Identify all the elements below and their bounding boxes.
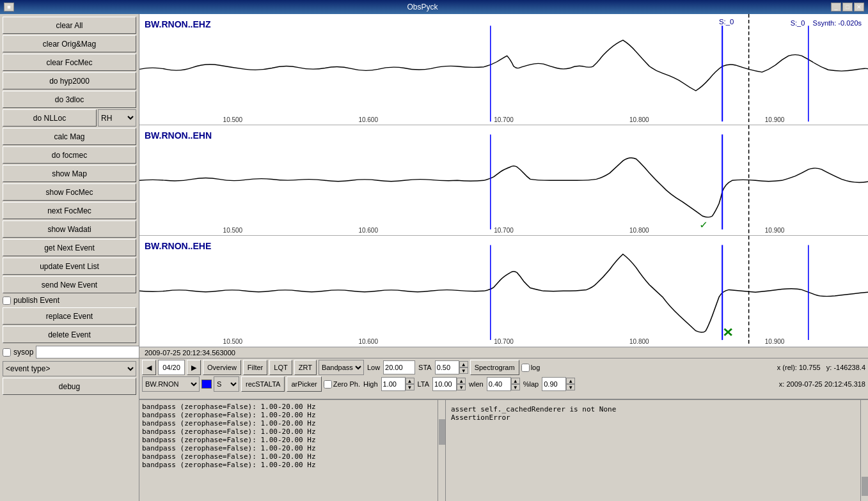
window-controls: _ □ ✕: [831, 3, 864, 12]
zero-ph-checkbox[interactable]: [324, 380, 332, 389]
prev-page-button[interactable]: ◀: [142, 360, 156, 375]
plap-up[interactable]: ▲: [566, 378, 575, 384]
ar-picker-button[interactable]: arPicker: [287, 376, 321, 392]
log-right-thumb[interactable]: [862, 477, 868, 496]
log-left-scrollbar[interactable]: [438, 400, 445, 501]
close-button[interactable]: ✕: [854, 3, 864, 12]
log-left-textarea[interactable]: [139, 400, 438, 501]
controls-row-1: ◀ 04/20 ▶ Overview Filter LQT ZRT Bandpa…: [142, 360, 865, 375]
wlen-up[interactable]: ▲: [511, 378, 520, 384]
rec-stalta-button[interactable]: recSTALTA: [241, 376, 285, 392]
controls-bar: ◀ 04/20 ▶ Overview Filter LQT ZRT Bandpa…: [139, 358, 868, 399]
y-value: -146238.4: [833, 364, 865, 371]
color-phase-label: [201, 380, 212, 389]
event-type-select[interactable]: <event type> earthquake explosion quarry…: [3, 361, 136, 376]
svg-text:S:_0: S:_0: [719, 19, 734, 26]
send-new-event-button[interactable]: send New Event: [3, 276, 136, 293]
track-ehe[interactable]: BW.RNON..EHE ✕ ✕ 10.500: [139, 236, 868, 347]
station-select[interactable]: BW.RNON: [142, 376, 200, 392]
maximize-button[interactable]: □: [842, 3, 853, 12]
do-nlloc-button[interactable]: do NLLoc: [3, 109, 97, 127]
lqt-button[interactable]: LQT: [269, 360, 292, 375]
lta-up[interactable]: ▲: [457, 378, 466, 384]
track-ehn-times: 10.500 10.600 10.700 10.800 10.900: [139, 227, 868, 234]
wlen-spinner[interactable]: ▲ ▼: [511, 378, 520, 390]
sysop-input[interactable]: [36, 346, 139, 358]
sta-spinner[interactable]: ▲ ▼: [459, 361, 468, 374]
clear-focmec-button[interactable]: clear FocMec: [3, 54, 136, 71]
track-ehz-times: 10.500 10.600 10.700 10.800 10.900: [139, 116, 868, 123]
page-display: 04/20: [158, 360, 185, 375]
lta-label: LTA: [416, 380, 431, 388]
waveform-svg-ehz: S:_0: [139, 14, 868, 125]
clear-all-button[interactable]: clear All: [3, 17, 136, 34]
sta-input[interactable]: [435, 360, 459, 374]
track-ehz-label: BW.RNON..EHZ: [145, 19, 210, 29]
high-up[interactable]: ▲: [406, 378, 414, 384]
plap-input[interactable]: [542, 377, 566, 391]
wlen-down[interactable]: ▼: [511, 384, 520, 390]
show-wadati-button[interactable]: show Wadati: [3, 220, 136, 238]
track-ehn[interactable]: BW.RNON..EHN ✓ 10.500 10.600 10.700: [139, 125, 868, 236]
sta-up[interactable]: ▲: [459, 361, 468, 367]
lta-down[interactable]: ▼: [457, 384, 466, 390]
lta-spinner[interactable]: ▲ ▼: [457, 378, 466, 390]
show-focmec-button[interactable]: show FocMec: [3, 183, 136, 201]
do-hyp2000-button[interactable]: do hyp2000: [3, 72, 136, 89]
get-next-event-button[interactable]: get Next Event: [3, 239, 136, 256]
next-page-button[interactable]: ▶: [187, 360, 201, 375]
log-right-scrollbar[interactable]: [860, 400, 868, 501]
x-rel-label: x (rel):: [777, 364, 797, 371]
log-right-content: assert self._cachedRenderer is not NoneA…: [448, 403, 865, 424]
do-3dloc-button[interactable]: do 3dloc: [3, 91, 136, 108]
x-rel-value: 10.755: [799, 364, 821, 371]
low-label: Low: [366, 364, 381, 371]
publish-event-checkbox[interactable]: [3, 297, 11, 305]
log-checkbox[interactable]: [521, 364, 530, 372]
spectrogram-button[interactable]: Spectrogram: [470, 360, 519, 375]
wlen-input[interactable]: [487, 377, 511, 391]
overview-button[interactable]: Overview: [203, 360, 241, 375]
sta-down[interactable]: ▼: [459, 367, 468, 374]
bandpass-select[interactable]: Bandpass: [319, 360, 364, 375]
sidebar: clear All clear Orig&Mag clear FocMec do…: [0, 14, 139, 501]
x-coord-value: 2009-07-25 20:12:45.318: [786, 380, 865, 388]
filter-button[interactable]: Filter: [243, 360, 267, 375]
high-spinner[interactable]: ▲ ▼: [406, 378, 414, 390]
sysop-checkbox[interactable]: [3, 348, 11, 357]
window-icon[interactable]: ■: [4, 3, 14, 12]
clear-orig-mag-button[interactable]: clear Orig&Mag: [3, 35, 136, 52]
calc-mag-button[interactable]: calc Mag: [3, 128, 136, 145]
zrt-button[interactable]: ZRT: [294, 360, 317, 375]
log-left: [139, 400, 446, 501]
plap-spinner[interactable]: ▲ ▼: [566, 378, 575, 390]
debug-button[interactable]: debug: [3, 378, 136, 395]
high-input[interactable]: [381, 377, 406, 391]
log-checkbox-label: log: [521, 364, 541, 372]
do-focmec-button[interactable]: do focmec: [3, 146, 136, 164]
nlloc-select[interactable]: RH CH BH: [98, 109, 136, 127]
nlloc-row: do NLLoc RH CH BH: [3, 109, 136, 127]
waveform-svg-ehn: ✓: [139, 125, 868, 236]
lta-input[interactable]: [432, 377, 457, 391]
main-content: clear All clear Orig&Mag clear FocMec do…: [0, 14, 868, 501]
plap-down[interactable]: ▼: [566, 384, 575, 390]
log-left-thumb[interactable]: [439, 419, 445, 445]
controls-row-2: BW.RNON S P recSTALTA arPicker Zero Ph. …: [142, 376, 865, 392]
high-down[interactable]: ▼: [406, 384, 414, 390]
replace-event-button[interactable]: replace Event: [3, 307, 136, 325]
minimize-button[interactable]: _: [831, 3, 841, 12]
show-map-button[interactable]: show Map: [3, 165, 136, 182]
sysop-label: sysop: [13, 348, 33, 357]
right-panel: BW.RNON..EHZ S:_0 Ssynth: -0.020s: [139, 14, 868, 501]
update-event-list-button[interactable]: update Event List: [3, 258, 136, 275]
delete-event-button[interactable]: delete Event: [3, 326, 136, 343]
track-ehz[interactable]: BW.RNON..EHZ S:_0 Ssynth: -0.020s: [139, 14, 868, 125]
low-input[interactable]: [383, 360, 415, 374]
next-focmec-button[interactable]: next FocMec: [3, 202, 136, 219]
bottom-panel: assert self._cachedRenderer is not NoneA…: [139, 399, 868, 501]
timestamp-bar: 2009-07-25 20:12:34.563000: [139, 347, 868, 358]
timestamp-value: 2009-07-25 20:12:34.563000: [145, 349, 235, 357]
y-label: y:: [826, 364, 832, 371]
phase-select[interactable]: S P: [214, 376, 239, 392]
